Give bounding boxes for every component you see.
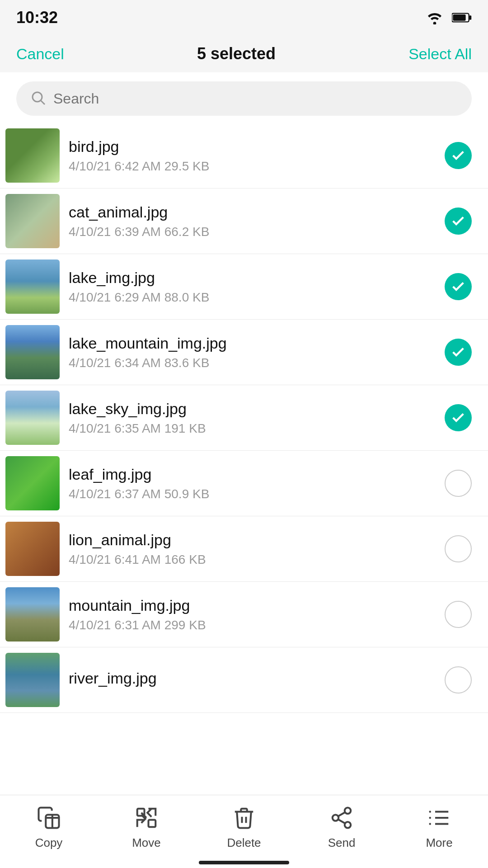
- list-item[interactable]: river_img.jpg: [0, 647, 488, 713]
- file-meta: 4/10/21 6:35 AM 191 KB: [69, 421, 436, 436]
- file-name: cat_animal.jpg: [69, 203, 436, 221]
- list-item[interactable]: bird.jpg4/10/21 6:42 AM 29.5 KB: [0, 123, 488, 189]
- file-name: lion_animal.jpg: [69, 531, 436, 549]
- file-thumbnail: [5, 325, 60, 379]
- checkbox-checked[interactable]: [445, 339, 472, 366]
- file-thumbnail: [5, 194, 60, 248]
- file-name: river_img.jpg: [69, 670, 436, 687]
- delete-icon: [230, 804, 258, 831]
- svg-line-15: [338, 812, 345, 816]
- move-button[interactable]: Move: [110, 804, 183, 850]
- file-name: lake_mountain_img.jpg: [69, 335, 436, 352]
- more-button[interactable]: More: [403, 804, 475, 850]
- svg-line-14: [338, 819, 345, 823]
- checkbox-unchecked[interactable]: [445, 666, 472, 693]
- top-bar: Cancel 5 selected Select All: [0, 32, 488, 72]
- more-icon: [426, 804, 453, 831]
- copy-icon: [35, 804, 62, 831]
- svg-point-20: [429, 817, 432, 819]
- list-item[interactable]: leaf_img.jpg4/10/21 6:37 AM 50.9 KB: [0, 451, 488, 516]
- send-label: Send: [328, 836, 356, 850]
- status-time: 10:32: [16, 8, 58, 27]
- svg-rect-1: [469, 15, 472, 19]
- file-name: lake_img.jpg: [69, 269, 436, 287]
- delete-button[interactable]: Delete: [208, 804, 280, 850]
- list-item[interactable]: lake_sky_img.jpg4/10/21 6:35 AM 191 KB: [0, 385, 488, 451]
- file-name: lake_sky_img.jpg: [69, 400, 436, 418]
- file-meta: 4/10/21 6:29 AM 88.0 KB: [69, 290, 436, 305]
- checkbox-unchecked[interactable]: [445, 470, 472, 497]
- svg-line-4: [41, 101, 45, 104]
- checkbox-unchecked[interactable]: [445, 535, 472, 562]
- file-thumbnail: [5, 456, 60, 510]
- file-thumbnail: [5, 653, 60, 707]
- list-item[interactable]: lake_mountain_img.jpg4/10/21 6:34 AM 83.…: [0, 320, 488, 385]
- checkbox-checked[interactable]: [445, 404, 472, 431]
- bottom-bar: Copy Move Delete: [0, 795, 488, 868]
- svg-point-21: [429, 823, 432, 825]
- checkbox-checked[interactable]: [445, 273, 472, 300]
- list-item[interactable]: lake_img.jpg4/10/21 6:29 AM 88.0 KB: [0, 254, 488, 320]
- checkbox-unchecked[interactable]: [445, 601, 472, 628]
- more-label: More: [426, 836, 452, 850]
- file-meta: 4/10/21 6:39 AM 66.2 KB: [69, 225, 436, 239]
- file-name: leaf_img.jpg: [69, 466, 436, 483]
- move-icon: [133, 804, 160, 831]
- copy-label: Copy: [35, 836, 63, 850]
- file-meta: 4/10/21 6:31 AM 299 KB: [69, 618, 436, 632]
- battery-icon: [452, 11, 472, 24]
- selected-count: 5 selected: [197, 44, 276, 63]
- send-button[interactable]: Send: [305, 804, 378, 850]
- search-container: [0, 72, 488, 123]
- wifi-icon: [425, 11, 445, 24]
- svg-rect-2: [453, 14, 465, 21]
- checkbox-checked[interactable]: [445, 142, 472, 169]
- svg-point-11: [345, 808, 351, 814]
- file-thumbnail: [5, 259, 60, 314]
- home-indicator: [199, 861, 289, 864]
- search-input[interactable]: [53, 90, 458, 107]
- copy-button[interactable]: Copy: [13, 804, 85, 850]
- delete-label: Delete: [227, 836, 261, 850]
- file-thumbnail: [5, 391, 60, 445]
- svg-rect-9: [149, 820, 156, 827]
- file-thumbnail: [5, 128, 60, 183]
- list-item[interactable]: cat_animal.jpg4/10/21 6:39 AM 66.2 KB: [0, 189, 488, 254]
- svg-point-13: [345, 822, 351, 828]
- file-list: bird.jpg4/10/21 6:42 AM 29.5 KBcat_anima…: [0, 123, 488, 713]
- list-item[interactable]: lion_animal.jpg4/10/21 6:41 AM 166 KB: [0, 516, 488, 582]
- search-icon: [30, 90, 46, 108]
- svg-point-12: [333, 815, 339, 821]
- cancel-button[interactable]: Cancel: [16, 45, 64, 63]
- svg-point-3: [33, 92, 42, 102]
- file-thumbnail: [5, 587, 60, 642]
- send-icon: [328, 804, 355, 831]
- file-meta: 4/10/21 6:34 AM 83.6 KB: [69, 356, 436, 370]
- move-label: Move: [132, 836, 161, 850]
- file-meta: 4/10/21 6:37 AM 50.9 KB: [69, 487, 436, 501]
- file-name: mountain_img.jpg: [69, 597, 436, 614]
- file-meta: 4/10/21 6:42 AM 29.5 KB: [69, 159, 436, 174]
- status-icons: [425, 11, 472, 24]
- search-bar: [16, 81, 472, 116]
- select-all-button[interactable]: Select All: [408, 45, 472, 63]
- checkbox-checked[interactable]: [445, 208, 472, 235]
- file-meta: 4/10/21 6:41 AM 166 KB: [69, 552, 436, 567]
- file-name: bird.jpg: [69, 138, 436, 156]
- svg-point-19: [429, 811, 432, 813]
- status-bar: 10:32: [0, 0, 488, 32]
- file-thumbnail: [5, 522, 60, 576]
- list-item[interactable]: mountain_img.jpg4/10/21 6:31 AM 299 KB: [0, 582, 488, 647]
